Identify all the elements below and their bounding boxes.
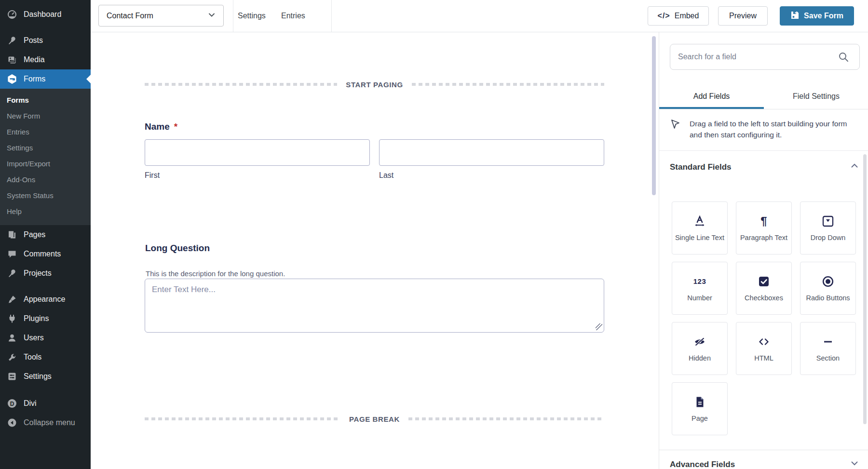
toolbar-divider xyxy=(331,0,332,32)
submenu-item-import-export[interactable]: Import/Export xyxy=(0,156,91,172)
radio-buttons-icon xyxy=(822,275,834,288)
sidebar-item-plugins[interactable]: Plugins xyxy=(0,309,91,328)
sidebar-item-label: Pages xyxy=(24,230,45,239)
pushpin-icon xyxy=(7,35,17,46)
sidebar-item-collapse-menu[interactable]: Collapse menu xyxy=(0,413,91,432)
editor-toolbar: Contact Form Settings Entries </> Embed … xyxy=(91,0,868,32)
media-icon xyxy=(7,54,17,65)
page-document-icon xyxy=(693,395,706,408)
sidebar-item-media[interactable]: Media xyxy=(0,50,91,69)
submenu-item-forms[interactable]: Forms xyxy=(0,92,91,108)
field-button-html[interactable]: HTML xyxy=(736,322,792,375)
wp-admin-menu: Dashboard Posts Media Forms Forms New Fo… xyxy=(0,0,91,469)
sidebar-item-tools[interactable]: Tools xyxy=(0,348,91,367)
sidebar-item-label: Comments xyxy=(24,250,61,258)
advanced-fields-header[interactable]: Advanced Fields xyxy=(670,459,859,469)
submenu-item-new-form[interactable]: New Form xyxy=(0,108,91,124)
gravity-forms-editor: Dashboard Posts Media Forms Forms New Fo… xyxy=(0,0,868,469)
chevron-down-icon xyxy=(850,459,859,469)
field-button-number[interactable]: 123 Number xyxy=(672,262,728,315)
drag-hint-text: Drag a field to the left to start buildi… xyxy=(690,118,859,140)
save-floppy-icon xyxy=(790,11,800,22)
field-button-page[interactable]: Page xyxy=(672,382,728,435)
form-entries-link[interactable]: Entries xyxy=(281,0,305,32)
settings-sliders-icon xyxy=(7,371,17,382)
sidebar-item-projects[interactable]: Projects xyxy=(0,264,91,283)
section-dash-icon xyxy=(822,335,834,348)
submenu-item-settings[interactable]: Settings xyxy=(0,140,91,156)
sidebar-item-label: Collapse menu xyxy=(24,418,75,427)
sidebar-item-pages[interactable]: Pages xyxy=(0,225,91,244)
pushpin-icon xyxy=(7,268,17,279)
field-button-drop-down[interactable]: Drop Down xyxy=(800,201,856,255)
dashboard-icon xyxy=(7,9,17,20)
gravity-forms-icon xyxy=(7,74,17,84)
page-break-field[interactable]: PAGE BREAK xyxy=(145,415,604,423)
sidebar-item-users[interactable]: Users xyxy=(0,328,91,348)
sidebar-item-settings[interactable]: Settings xyxy=(0,367,91,386)
field-button-hidden[interactable]: Hidden xyxy=(672,322,728,375)
start-paging-field[interactable]: START PAGING xyxy=(145,80,604,88)
sidebar-item-comments[interactable]: Comments xyxy=(0,244,91,264)
submenu-item-entries[interactable]: Entries xyxy=(0,124,91,140)
field-button-checkboxes[interactable]: Checkboxes xyxy=(736,262,792,315)
sidebar-item-forms[interactable]: Forms xyxy=(0,69,91,89)
name-last-input[interactable] xyxy=(379,139,604,166)
field-button-radio-buttons[interactable]: Radio Buttons xyxy=(800,262,856,315)
long-question-textarea[interactable] xyxy=(145,279,604,333)
submenu-item-system-status[interactable]: System Status xyxy=(0,188,91,203)
textarea-resize-grip[interactable] xyxy=(596,323,602,330)
single-line-text-icon xyxy=(693,214,706,228)
divider xyxy=(659,450,868,450)
field-button-paragraph-text[interactable]: ¶ Paragraph Text xyxy=(736,201,792,255)
dashed-line xyxy=(145,83,337,86)
dashed-line xyxy=(408,417,604,420)
divider xyxy=(659,150,868,151)
name-field-label: Name* xyxy=(145,121,177,132)
standard-fields-header[interactable]: Standard Fields xyxy=(670,161,859,173)
chevron-down-icon xyxy=(208,11,216,21)
sidebar-tabs: Add Fields Field Settings xyxy=(659,84,868,109)
field-button-single-line-text[interactable]: Single Line Text xyxy=(672,201,728,255)
tab-field-settings[interactable]: Field Settings xyxy=(764,84,868,109)
page-break-label: PAGE BREAK xyxy=(349,415,400,423)
preview-button[interactable]: Preview xyxy=(718,6,768,26)
comment-bubble-icon xyxy=(7,249,17,259)
sidebar-item-dashboard[interactable]: Dashboard xyxy=(0,5,91,24)
sidebar-item-label: Appearance xyxy=(24,295,65,304)
submenu-item-add-ons[interactable]: Add-Ons xyxy=(0,172,91,188)
sidebar-item-divi[interactable]: D Divi xyxy=(0,394,91,413)
name-first-input[interactable] xyxy=(145,139,370,166)
sidebar-scrollbar-thumb[interactable] xyxy=(863,154,867,424)
form-settings-link[interactable]: Settings xyxy=(238,0,266,32)
search-icon[interactable] xyxy=(838,51,849,65)
user-icon xyxy=(7,333,17,343)
divi-icon: D xyxy=(7,398,17,409)
last-sublabel: Last xyxy=(379,171,393,180)
sidebar-item-label: Plugins xyxy=(24,314,49,323)
embed-button[interactable]: </> Embed xyxy=(648,6,709,26)
sidebar-item-label: Posts xyxy=(24,36,43,45)
forms-submenu: Forms New Form Entries Settings Import/E… xyxy=(0,89,91,225)
chevron-up-icon xyxy=(850,161,859,173)
sidebar-item-posts[interactable]: Posts xyxy=(0,31,91,50)
submenu-item-help[interactable]: Help xyxy=(0,203,91,219)
form-canvas: START PAGING Name* First Last Long Quest… xyxy=(91,32,659,469)
field-sidebar: Add Fields Field Settings Drag a field t… xyxy=(659,32,868,469)
sidebar-item-appearance[interactable]: Appearance xyxy=(0,290,91,309)
form-selector-dropdown[interactable]: Contact Form xyxy=(98,5,224,27)
drop-down-icon xyxy=(822,214,834,228)
code-icon: </> xyxy=(658,12,670,20)
long-question-label: Long Question xyxy=(145,243,210,254)
sidebar-item-label: Tools xyxy=(24,353,41,362)
tab-add-fields[interactable]: Add Fields xyxy=(659,84,764,109)
field-search-input[interactable] xyxy=(670,44,860,70)
field-button-section[interactable]: Section xyxy=(800,322,856,375)
drag-hint: Drag a field to the left to start buildi… xyxy=(670,118,859,140)
canvas-scrollbar-thumb[interactable] xyxy=(652,36,656,195)
dashed-line xyxy=(145,417,340,420)
sidebar-item-label: Settings xyxy=(24,372,52,381)
checkboxes-icon xyxy=(758,275,770,288)
plug-icon xyxy=(7,313,17,324)
save-form-button[interactable]: Save Form xyxy=(780,6,854,26)
